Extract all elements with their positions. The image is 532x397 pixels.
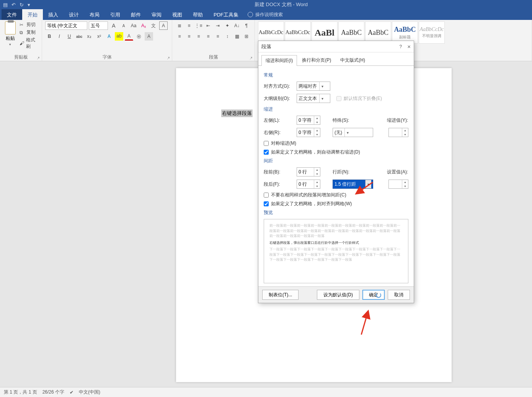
indent-by-spin[interactable]: ▲▼ bbox=[388, 128, 408, 137]
ok-button[interactable]: 确定 bbox=[362, 290, 385, 300]
show-marks-button[interactable]: ¶ bbox=[242, 21, 251, 30]
tab-file[interactable]: 文件 bbox=[2, 9, 22, 20]
mirror-check[interactable] bbox=[264, 141, 269, 146]
font-size-combo[interactable] bbox=[89, 21, 108, 30]
selected-text[interactable]: 右键选择段落 bbox=[221, 109, 253, 117]
indent-left-spin[interactable]: ▲▼ bbox=[297, 116, 320, 125]
change-case-button[interactable]: Aa bbox=[129, 21, 138, 30]
up-arrow-icon[interactable]: ▲ bbox=[314, 116, 320, 120]
font-name-combo[interactable] bbox=[45, 21, 87, 30]
special-combo[interactable]: (无)▾ bbox=[333, 128, 373, 137]
tab-references[interactable]: 引用 bbox=[105, 9, 126, 20]
alignment-combo[interactable]: 两端对齐▾ bbox=[297, 82, 330, 91]
help-button[interactable]: ? bbox=[400, 44, 402, 49]
dialog-titlebar[interactable]: 段落 ? × bbox=[258, 41, 414, 52]
dialog-tab-asian[interactable]: 中文版式(H) bbox=[336, 55, 369, 65]
line-spacing-combo[interactable]: 1.5 倍行距 ▾ bbox=[333, 180, 373, 189]
up-arrow-icon[interactable]: ▲ bbox=[314, 128, 320, 132]
chevron-down-icon[interactable]: ▾ bbox=[365, 180, 371, 188]
style-subtle-emphasis[interactable]: AaBbCcDc不明显强调 bbox=[419, 21, 445, 44]
decrease-indent-button[interactable]: ⇤ bbox=[204, 21, 212, 30]
set-default-button[interactable]: 设为默认值(D) bbox=[317, 290, 359, 300]
strike-button[interactable]: abc bbox=[75, 32, 83, 41]
highlight-button[interactable]: ab bbox=[115, 32, 123, 41]
down-arrow-icon[interactable]: ▼ bbox=[314, 184, 320, 188]
dialog-tab-indent[interactable]: 缩进和间距(I) bbox=[261, 55, 297, 66]
clear-format-button[interactable]: Aᵪ bbox=[139, 21, 148, 30]
nospace-same-style-checkbox[interactable]: 不要在相同样式的段落间增加间距(C) bbox=[264, 192, 408, 198]
indent-right-input[interactable] bbox=[297, 128, 314, 137]
snap-check[interactable] bbox=[264, 201, 269, 206]
cut-button[interactable]: ✂剪切 bbox=[20, 21, 39, 28]
up-arrow-icon[interactable]: ▲ bbox=[402, 180, 408, 184]
distributed-button[interactable]: ≡ bbox=[214, 32, 222, 41]
align-right-button[interactable]: ≡ bbox=[194, 32, 203, 41]
up-arrow-icon[interactable]: ▲ bbox=[402, 128, 408, 132]
copy-button[interactable]: ⧉复制 bbox=[20, 29, 39, 36]
indent-right-spin[interactable]: ▲▼ bbox=[297, 128, 320, 137]
redo-icon[interactable]: ↻ bbox=[20, 2, 24, 8]
before-input[interactable] bbox=[297, 168, 314, 176]
undo-icon[interactable]: ↶ bbox=[11, 2, 16, 8]
tab-help[interactable]: 帮助 bbox=[188, 9, 208, 20]
tab-pdf[interactable]: PDF工具集 bbox=[208, 9, 244, 20]
page-status[interactable]: 第 1 页，共 1 页 bbox=[4, 389, 37, 395]
close-button[interactable]: × bbox=[407, 43, 411, 50]
mirror-indent-checkbox[interactable]: 对称缩进(M) bbox=[264, 140, 408, 147]
shading-button[interactable]: ▦ bbox=[233, 32, 241, 41]
before-spin[interactable]: ▲▼ bbox=[297, 167, 320, 176]
language-status[interactable]: 中文(中国) bbox=[79, 389, 100, 395]
format-painter-button[interactable]: 🖌格式刷 bbox=[20, 37, 39, 50]
align-left-button[interactable]: ≡ bbox=[175, 32, 184, 41]
bullets-button[interactable]: ≣ bbox=[175, 21, 184, 30]
outline-combo[interactable]: 正文文本▾ bbox=[297, 94, 330, 103]
superscript-button[interactable]: x² bbox=[95, 32, 103, 41]
justify-button[interactable]: ≡ bbox=[204, 32, 212, 41]
paragraph-launcher-icon[interactable]: ⭷ bbox=[249, 56, 253, 60]
down-arrow-icon[interactable]: ▼ bbox=[402, 132, 408, 137]
up-arrow-icon[interactable]: ▲ bbox=[314, 168, 320, 172]
enclose-char-button[interactable]: ㊙ bbox=[135, 32, 143, 41]
phonetic-guide-button[interactable]: 文 bbox=[149, 21, 158, 30]
font-color-button[interactable]: A bbox=[125, 32, 133, 41]
down-arrow-icon[interactable]: ▼ bbox=[314, 132, 320, 137]
qat-customize-icon[interactable]: ▾ bbox=[28, 2, 30, 8]
at-spin[interactable]: ▲▼ bbox=[388, 180, 408, 189]
at-input[interactable] bbox=[389, 180, 402, 188]
dialog-tab-pagination[interactable]: 换行和分页(P) bbox=[298, 55, 335, 65]
indent-by-input[interactable] bbox=[389, 128, 402, 137]
tab-design[interactable]: 设计 bbox=[64, 9, 84, 20]
snap-grid-checkbox[interactable]: 如果定义了文档网格，则对齐到网格(W) bbox=[264, 201, 408, 207]
autoadjust-check[interactable] bbox=[264, 150, 269, 155]
increase-indent-button[interactable]: ⇥ bbox=[214, 21, 222, 30]
proofing-icon[interactable]: ✔ bbox=[70, 390, 73, 395]
subscript-button[interactable]: x₂ bbox=[85, 32, 93, 41]
paste-button[interactable]: 粘贴 ▾ bbox=[3, 21, 17, 46]
line-spacing-button[interactable]: ↕ bbox=[223, 32, 232, 41]
align-center-button[interactable]: ≡ bbox=[185, 32, 193, 41]
tab-insert[interactable]: 插入 bbox=[43, 9, 64, 20]
underline-button[interactable]: U bbox=[65, 32, 73, 41]
numbering-button[interactable]: ≡ bbox=[185, 21, 193, 30]
clipboard-launcher-icon[interactable]: ⭷ bbox=[36, 56, 40, 60]
grow-font-button[interactable]: A bbox=[109, 21, 118, 30]
char-shading-button[interactable]: A bbox=[145, 32, 153, 41]
asian-layout-button[interactable]: ✦ bbox=[223, 21, 232, 30]
auto-adjust-indent-checkbox[interactable]: 如果定义了文档网格，则自动调整右缩进(D) bbox=[264, 149, 408, 155]
italic-button[interactable]: I bbox=[55, 32, 64, 41]
nospace-check[interactable] bbox=[264, 193, 269, 198]
tab-mailings[interactable]: 邮件 bbox=[126, 9, 146, 20]
tab-view[interactable]: 视图 bbox=[167, 9, 188, 20]
multilevel-button[interactable]: ⋮≡ bbox=[194, 21, 203, 30]
shrink-font-button[interactable]: A bbox=[119, 21, 128, 30]
borders-button[interactable]: ⊞ bbox=[242, 32, 251, 41]
down-arrow-icon[interactable]: ▼ bbox=[314, 120, 320, 124]
down-arrow-icon[interactable]: ▼ bbox=[402, 184, 408, 188]
tell-me[interactable]: 操作说明搜索 bbox=[244, 9, 283, 20]
char-border-button[interactable]: A bbox=[159, 21, 168, 30]
bold-button[interactable]: B bbox=[45, 32, 54, 41]
word-count[interactable]: 26/26 个字 bbox=[42, 389, 64, 395]
tab-review[interactable]: 审阅 bbox=[146, 9, 167, 20]
down-arrow-icon[interactable]: ▼ bbox=[314, 172, 320, 176]
after-spin[interactable]: ▲▼ bbox=[297, 180, 320, 189]
